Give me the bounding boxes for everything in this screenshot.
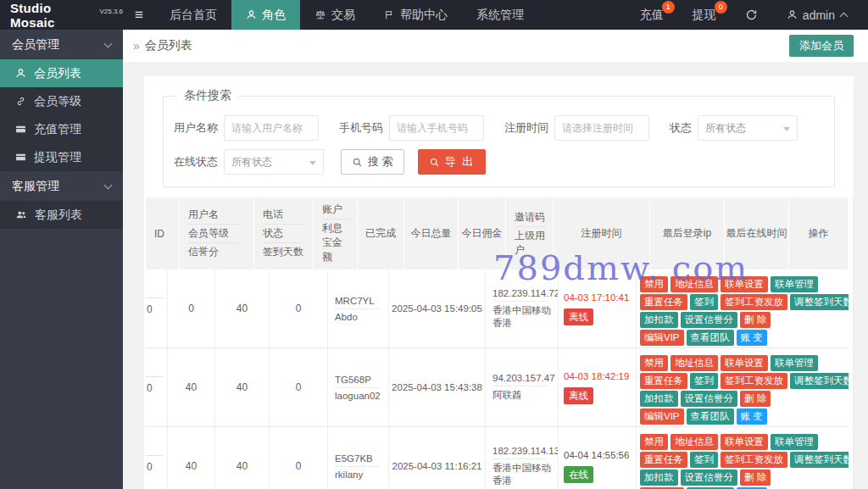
chevron-up-icon xyxy=(840,12,849,20)
action-button[interactable]: 地址信息 xyxy=(670,434,718,450)
table-row: 0 40 40 0 TG568P laoguan02 2025-04-03 15… xyxy=(146,348,849,427)
sidebar-group-member-mgmt[interactable]: 会员管理 xyxy=(0,30,123,59)
add-member-button[interactable]: 添加会员 xyxy=(789,35,854,57)
cell-clipped: 0 xyxy=(146,427,168,489)
action-button[interactable]: 签到工资发放 xyxy=(721,373,787,389)
action-button[interactable]: 加扣款 xyxy=(640,391,678,407)
nav-item-home[interactable]: 后台首页 xyxy=(155,0,231,30)
last-online-time: 04-03 18:42:19 xyxy=(564,371,629,381)
action-button[interactable]: 重置任务 xyxy=(640,294,687,310)
vertical-scrollbar[interactable] xyxy=(853,197,854,489)
col-last-online: 最后在线时间 xyxy=(725,197,789,270)
action-button[interactable]: 签到工资发放 xyxy=(721,294,787,310)
card-icon xyxy=(15,124,26,135)
hamburger-icon[interactable]: ≡ xyxy=(123,0,155,30)
cell-clipped: 0 xyxy=(146,348,168,426)
action-button[interactable]: 删 除 xyxy=(740,470,771,486)
action-button[interactable]: 账 变 xyxy=(737,408,767,425)
last-online-time: 04-04 14:55:56 xyxy=(564,450,629,460)
user-menu[interactable]: admin xyxy=(772,0,861,30)
cell-ip: 182.239.114.13 香港中国移动香港 xyxy=(486,427,559,489)
action-button[interactable]: 加扣款 xyxy=(640,470,678,486)
table-header-row: ID 用户名会员等级信誉分 电话状态签到天数 账户利息宝金额 已完成 今日总量 … xyxy=(146,197,849,270)
breadcrumb: » 会员列表 添加会员 xyxy=(123,30,868,62)
action-button[interactable]: 调整签到天数 xyxy=(790,373,849,389)
username-input[interactable] xyxy=(224,115,319,141)
action-button[interactable]: 编辑VIP xyxy=(640,330,684,346)
nav-item-roles[interactable]: 角色 xyxy=(231,0,300,30)
action-button[interactable]: 重置任务 xyxy=(640,452,687,468)
cell-last-online: 04-03 17:10:41 离线 xyxy=(559,270,637,347)
regtime-input[interactable] xyxy=(554,115,649,141)
action-button[interactable]: 加扣款 xyxy=(640,312,678,328)
scales-icon xyxy=(314,9,326,20)
action-button[interactable]: 删 除 xyxy=(740,312,771,328)
action-button[interactable]: 设置信誉分 xyxy=(681,312,738,328)
username-label: 用户名称 xyxy=(174,120,218,136)
action-button[interactable]: 重置任务 xyxy=(640,373,687,389)
cell-last-online: 04-03 18:42:19 离线 xyxy=(559,348,637,426)
link-icon xyxy=(15,96,26,107)
action-button[interactable]: 编辑VIP xyxy=(640,408,684,425)
sidebar-item-member-list[interactable]: 会员列表 xyxy=(0,59,123,87)
status-select[interactable]: 所有状态 xyxy=(698,115,798,141)
nav-item-trade[interactable]: 交易 xyxy=(300,0,370,30)
action-button[interactable]: 删 除 xyxy=(740,391,771,407)
action-button[interactable]: 禁用 xyxy=(640,276,668,292)
action-button[interactable]: 查看团队 xyxy=(687,408,734,425)
action-button[interactable]: 地址信息 xyxy=(670,355,718,371)
action-button[interactable]: 调整签到天数 xyxy=(790,294,849,310)
content-card: 条件搜索 用户名称 手机号码 注册时间 状态 xyxy=(144,76,854,489)
action-button[interactable]: 签到 xyxy=(690,373,718,389)
action-button[interactable]: 设置信誉分 xyxy=(681,470,738,486)
sidebar-item-withdraw-mgmt[interactable]: 提现管理 xyxy=(0,143,123,171)
last-online-time: 04-03 17:10:41 xyxy=(564,292,629,303)
app-logo: Studio Mosaic V25.3.6 xyxy=(0,0,123,30)
action-button[interactable]: 调整签到天数 xyxy=(790,452,849,468)
cell-today-total: 40 xyxy=(215,427,270,489)
export-button[interactable]: 导 出 xyxy=(418,149,487,175)
action-button[interactable]: 禁用 xyxy=(640,434,668,450)
cell-last-online: 04-04 14:55:56 在线 xyxy=(559,427,637,489)
col-actions: 操作 xyxy=(789,197,849,270)
action-button[interactable]: 禁用 xyxy=(640,355,668,371)
nav-item-help[interactable]: 帮助中心 xyxy=(370,0,462,30)
search-button[interactable]: 搜 索 xyxy=(341,149,404,175)
action-button[interactable]: 联单设置 xyxy=(721,355,768,371)
cell-reg-time: 2025-04-03 11:16:21 xyxy=(389,427,486,489)
nav-item-system[interactable]: 系统管理 xyxy=(462,0,538,30)
action-button[interactable]: 地址信息 xyxy=(670,276,718,292)
withdraw-menu-item[interactable]: 提现 0 xyxy=(678,0,731,30)
action-button[interactable]: 设置信誉分 xyxy=(681,391,738,407)
cell-today-total: 40 xyxy=(215,270,270,347)
action-button[interactable]: 账 变 xyxy=(737,330,767,346)
online-status-badge: 离线 xyxy=(564,308,593,325)
action-buttons: 禁用地址信息联单设置联单管理重置任务签到签到工资发放调整签到天数编 辑加扣款设置… xyxy=(637,270,849,347)
action-button[interactable]: 联单管理 xyxy=(771,276,818,292)
col-phone: 电话状态签到天数 xyxy=(254,197,314,270)
action-button[interactable]: 联单管理 xyxy=(771,355,818,371)
action-button[interactable]: 联单管理 xyxy=(771,434,818,450)
online-status-select[interactable]: 所有状态 xyxy=(224,149,324,175)
cell-completed: 0 xyxy=(168,270,215,347)
sidebar-item-service-list[interactable]: 客服列表 xyxy=(0,201,123,229)
action-button[interactable]: 联单设置 xyxy=(721,276,768,292)
cell-today-total: 40 xyxy=(215,348,270,426)
user-icon xyxy=(15,68,26,79)
phone-input[interactable] xyxy=(389,115,484,141)
sidebar-item-member-level[interactable]: 会员等级 xyxy=(0,87,123,115)
refresh-button[interactable] xyxy=(731,0,772,30)
cell-reg-time: 2025-04-03 15:49:05 xyxy=(389,270,486,347)
online-status-label: 在线状态 xyxy=(174,154,218,169)
page-title: 会员列表 xyxy=(145,38,192,53)
sidebar-item-recharge-mgmt[interactable]: 充值管理 xyxy=(0,115,123,143)
action-button[interactable]: 查看团队 xyxy=(687,330,734,346)
sidebar-group-service-mgmt[interactable]: 客服管理 xyxy=(0,171,123,201)
action-button[interactable]: 签到工资发放 xyxy=(721,452,787,468)
action-button[interactable]: 联单设置 xyxy=(721,434,768,450)
recharge-menu-item[interactable]: 充值 1 xyxy=(626,0,678,30)
action-button[interactable]: 签到 xyxy=(690,452,718,468)
person-icon xyxy=(787,9,798,20)
main-menu: ≡ 后台首页 角色 交易 帮助中心 xyxy=(123,0,538,30)
action-button[interactable]: 签到 xyxy=(690,294,718,310)
